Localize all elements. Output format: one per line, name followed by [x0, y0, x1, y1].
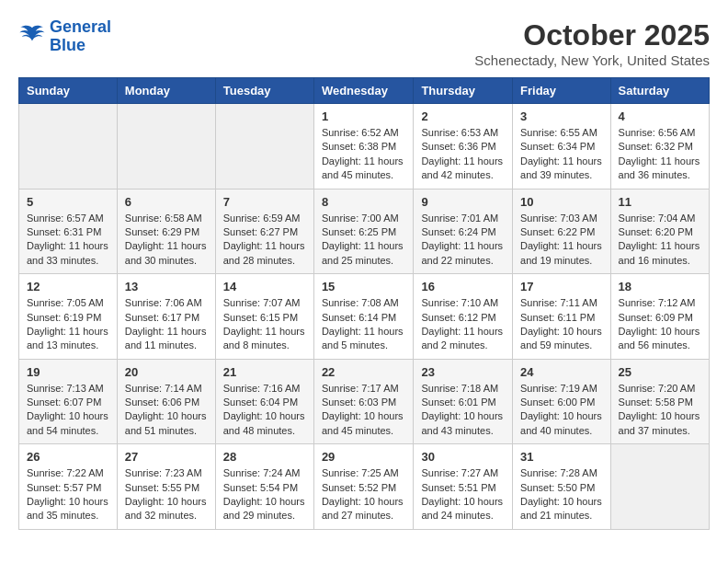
day-header-friday: Friday: [513, 78, 611, 104]
day-number: 19: [27, 365, 109, 379]
day-header-tuesday: Tuesday: [215, 78, 313, 104]
day-number: 6: [125, 195, 208, 209]
cell-content: Sunrise: 7:25 AM Sunset: 5:52 PM Dayligh…: [322, 466, 406, 523]
day-number: 20: [125, 365, 208, 379]
day-number: 11: [619, 195, 701, 209]
page-header: General Blue October 2025 Schenectady, N…: [18, 18, 710, 68]
calendar-cell: 19Sunrise: 7:13 AM Sunset: 6:07 PM Dayli…: [19, 359, 118, 444]
calendar-cell: 16Sunrise: 7:10 AM Sunset: 6:12 PM Dayli…: [414, 274, 513, 360]
calendar-cell: 29Sunrise: 7:25 AM Sunset: 5:52 PM Dayli…: [313, 444, 414, 530]
day-number: 1: [322, 109, 406, 123]
calendar-cell: [610, 444, 709, 530]
calendar-cell: 30Sunrise: 7:27 AM Sunset: 5:51 PM Dayli…: [414, 444, 513, 530]
cell-content: Sunrise: 7:01 AM Sunset: 6:24 PM Dayligh…: [421, 212, 505, 269]
calendar-week-row: 12Sunrise: 7:05 AM Sunset: 6:19 PM Dayli…: [19, 274, 710, 360]
calendar-cell: 28Sunrise: 7:24 AM Sunset: 5:54 PM Dayli…: [215, 444, 313, 530]
cell-content: Sunrise: 6:58 AM Sunset: 6:29 PM Dayligh…: [125, 212, 208, 269]
day-number: 14: [223, 280, 306, 293]
calendar-cell: 22Sunrise: 7:17 AM Sunset: 6:03 PM Dayli…: [313, 359, 414, 444]
cell-content: Sunrise: 6:53 AM Sunset: 6:36 PM Dayligh…: [421, 126, 505, 183]
calendar-cell: [215, 104, 313, 190]
cell-content: Sunrise: 7:16 AM Sunset: 6:04 PM Dayligh…: [223, 382, 306, 439]
calendar-cell: 31Sunrise: 7:28 AM Sunset: 5:50 PM Dayli…: [513, 444, 611, 530]
cell-content: Sunrise: 6:52 AM Sunset: 6:38 PM Dayligh…: [322, 126, 406, 183]
day-number: 30: [421, 450, 505, 464]
day-number: 17: [520, 280, 603, 293]
calendar-cell: 5Sunrise: 6:57 AM Sunset: 6:31 PM Daylig…: [19, 189, 118, 274]
calendar-header-row: SundayMondayTuesdayWednesdayThursdayFrid…: [19, 78, 710, 104]
cell-content: Sunrise: 7:28 AM Sunset: 5:50 PM Dayligh…: [520, 466, 603, 523]
cell-content: Sunrise: 7:24 AM Sunset: 5:54 PM Dayligh…: [223, 466, 306, 523]
calendar-cell: 23Sunrise: 7:18 AM Sunset: 6:01 PM Dayli…: [414, 359, 513, 444]
day-number: 8: [322, 195, 406, 209]
calendar-cell: 27Sunrise: 7:23 AM Sunset: 5:55 PM Dayli…: [117, 444, 215, 530]
cell-content: Sunrise: 7:05 AM Sunset: 6:19 PM Dayligh…: [27, 296, 109, 353]
calendar-cell: 8Sunrise: 7:00 AM Sunset: 6:25 PM Daylig…: [313, 189, 414, 274]
day-header-sunday: Sunday: [19, 78, 118, 104]
day-number: 15: [322, 280, 406, 293]
calendar-cell: 4Sunrise: 6:56 AM Sunset: 6:32 PM Daylig…: [610, 104, 709, 190]
calendar-cell: [117, 104, 215, 190]
calendar-table: SundayMondayTuesdayWednesdayThursdayFrid…: [18, 77, 710, 530]
title-block: October 2025 Schenectady, New York, Unit…: [474, 18, 710, 68]
calendar-cell: [19, 104, 118, 190]
calendar-week-row: 19Sunrise: 7:13 AM Sunset: 6:07 PM Dayli…: [19, 359, 710, 444]
cell-content: Sunrise: 7:20 AM Sunset: 5:58 PM Dayligh…: [619, 382, 701, 439]
day-header-thursday: Thursday: [414, 78, 513, 104]
day-number: 7: [223, 195, 306, 209]
cell-content: Sunrise: 6:55 AM Sunset: 6:34 PM Dayligh…: [520, 126, 603, 183]
day-number: 29: [322, 450, 406, 464]
month-title: October 2025: [474, 18, 710, 52]
cell-content: Sunrise: 7:04 AM Sunset: 6:20 PM Dayligh…: [619, 212, 701, 269]
calendar-cell: 18Sunrise: 7:12 AM Sunset: 6:09 PM Dayli…: [610, 274, 709, 360]
calendar-cell: 3Sunrise: 6:55 AM Sunset: 6:34 PM Daylig…: [513, 104, 611, 190]
calendar-cell: 17Sunrise: 7:11 AM Sunset: 6:11 PM Dayli…: [513, 274, 611, 360]
calendar-cell: 13Sunrise: 7:06 AM Sunset: 6:17 PM Dayli…: [117, 274, 215, 360]
day-number: 23: [421, 365, 505, 379]
calendar-cell: 12Sunrise: 7:05 AM Sunset: 6:19 PM Dayli…: [19, 274, 118, 360]
day-number: 24: [520, 365, 603, 379]
calendar-cell: 10Sunrise: 7:03 AM Sunset: 6:22 PM Dayli…: [513, 189, 611, 274]
day-number: 3: [520, 109, 603, 123]
day-number: 25: [619, 365, 701, 379]
cell-content: Sunrise: 7:12 AM Sunset: 6:09 PM Dayligh…: [619, 296, 701, 353]
calendar-cell: 15Sunrise: 7:08 AM Sunset: 6:14 PM Dayli…: [313, 274, 414, 360]
cell-content: Sunrise: 7:27 AM Sunset: 5:51 PM Dayligh…: [421, 466, 505, 523]
cell-content: Sunrise: 7:14 AM Sunset: 6:06 PM Dayligh…: [125, 382, 208, 439]
calendar-week-row: 5Sunrise: 6:57 AM Sunset: 6:31 PM Daylig…: [19, 189, 710, 274]
cell-content: Sunrise: 7:07 AM Sunset: 6:15 PM Dayligh…: [223, 296, 306, 353]
day-number: 4: [619, 109, 701, 123]
logo-text: General Blue: [50, 18, 111, 55]
calendar-cell: 7Sunrise: 6:59 AM Sunset: 6:27 PM Daylig…: [215, 189, 313, 274]
calendar-cell: 25Sunrise: 7:20 AM Sunset: 5:58 PM Dayli…: [610, 359, 709, 444]
day-header-monday: Monday: [117, 78, 215, 104]
calendar-week-row: 26Sunrise: 7:22 AM Sunset: 5:57 PM Dayli…: [19, 444, 710, 530]
day-number: 27: [125, 450, 208, 464]
cell-content: Sunrise: 7:23 AM Sunset: 5:55 PM Dayligh…: [125, 466, 208, 523]
day-number: 18: [619, 280, 701, 293]
cell-content: Sunrise: 7:19 AM Sunset: 6:00 PM Dayligh…: [520, 382, 603, 439]
cell-content: Sunrise: 7:03 AM Sunset: 6:22 PM Dayligh…: [520, 212, 603, 269]
cell-content: Sunrise: 7:18 AM Sunset: 6:01 PM Dayligh…: [421, 382, 505, 439]
cell-content: Sunrise: 7:22 AM Sunset: 5:57 PM Dayligh…: [27, 466, 109, 523]
calendar-cell: 14Sunrise: 7:07 AM Sunset: 6:15 PM Dayli…: [215, 274, 313, 360]
calendar-cell: 9Sunrise: 7:01 AM Sunset: 6:24 PM Daylig…: [414, 189, 513, 274]
cell-content: Sunrise: 7:10 AM Sunset: 6:12 PM Dayligh…: [421, 296, 505, 353]
day-number: 22: [322, 365, 406, 379]
calendar-week-row: 1Sunrise: 6:52 AM Sunset: 6:38 PM Daylig…: [19, 104, 710, 190]
cell-content: Sunrise: 7:06 AM Sunset: 6:17 PM Dayligh…: [125, 296, 208, 353]
day-header-wednesday: Wednesday: [313, 78, 414, 104]
day-number: 28: [223, 450, 306, 464]
day-number: 13: [125, 280, 208, 293]
day-number: 5: [27, 195, 109, 209]
calendar-cell: 24Sunrise: 7:19 AM Sunset: 6:00 PM Dayli…: [513, 359, 611, 444]
calendar-cell: 21Sunrise: 7:16 AM Sunset: 6:04 PM Dayli…: [215, 359, 313, 444]
day-number: 10: [520, 195, 603, 209]
calendar-cell: 11Sunrise: 7:04 AM Sunset: 6:20 PM Dayli…: [610, 189, 709, 274]
cell-content: Sunrise: 7:08 AM Sunset: 6:14 PM Dayligh…: [322, 296, 406, 353]
calendar-cell: 20Sunrise: 7:14 AM Sunset: 6:06 PM Dayli…: [117, 359, 215, 444]
cell-content: Sunrise: 6:59 AM Sunset: 6:27 PM Dayligh…: [223, 212, 306, 269]
day-number: 12: [27, 280, 109, 293]
cell-content: Sunrise: 7:13 AM Sunset: 6:07 PM Dayligh…: [27, 382, 109, 439]
logo: General Blue: [18, 18, 111, 55]
